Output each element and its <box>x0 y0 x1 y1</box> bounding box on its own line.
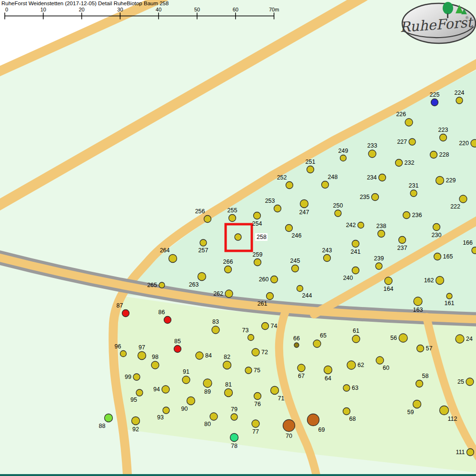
tree-dot-63[interactable] <box>343 385 350 391</box>
tree-dot-94[interactable] <box>162 386 169 393</box>
tree-dot-82[interactable] <box>223 361 231 369</box>
tree-dot-252[interactable] <box>286 182 293 189</box>
tree-dot-74[interactable] <box>262 323 269 330</box>
tree-dot-164[interactable] <box>385 277 392 285</box>
tree-dot-165[interactable] <box>434 253 441 260</box>
tree-dot-91[interactable] <box>182 376 190 384</box>
tree-dot-59[interactable] <box>413 400 421 408</box>
tree-dot-76[interactable] <box>254 393 261 400</box>
tree-dot-253[interactable] <box>274 205 281 212</box>
tree-dot-83[interactable] <box>212 326 219 334</box>
tree-dot-238[interactable] <box>378 230 385 238</box>
tree-dot-259[interactable] <box>254 259 261 266</box>
tree-dot-81[interactable] <box>225 389 233 397</box>
tree-dot-239[interactable] <box>376 263 382 269</box>
tree-dot-62[interactable] <box>347 361 356 369</box>
tree-dot-68[interactable] <box>343 408 350 415</box>
tree-dot-70[interactable] <box>283 420 295 432</box>
tree-dot-112[interactable] <box>440 406 449 415</box>
tree-dot-69[interactable] <box>307 414 319 426</box>
tree-dot-235[interactable] <box>372 194 379 201</box>
tree-dot-227[interactable] <box>409 139 416 145</box>
tree-dot-99[interactable] <box>133 374 140 380</box>
tree-dot-58[interactable] <box>416 380 423 387</box>
tree-dot-266[interactable] <box>225 266 232 273</box>
tree-dot-75[interactable] <box>245 367 252 374</box>
tree-dot-78[interactable] <box>230 434 238 442</box>
tree-dot-222[interactable] <box>459 195 467 203</box>
tree-dot-230[interactable] <box>433 224 440 231</box>
tree-dot-25[interactable] <box>466 378 474 386</box>
tree-dot-60[interactable] <box>376 357 384 364</box>
tree-dot-79[interactable] <box>231 414 238 420</box>
tree-dot-263[interactable] <box>198 273 206 281</box>
tree-dot-256[interactable] <box>204 216 211 223</box>
tree-dot-85[interactable] <box>174 346 181 353</box>
tree-dot-163[interactable] <box>414 297 422 306</box>
tree-dot-223[interactable] <box>440 134 447 141</box>
tree-dot-98[interactable] <box>151 361 159 369</box>
tree-dot-231[interactable] <box>410 190 417 197</box>
tree-dot-67[interactable] <box>298 364 305 372</box>
tree-dot-90[interactable] <box>187 397 195 405</box>
tree-dot-233[interactable] <box>368 150 376 158</box>
tree-dot-244[interactable] <box>297 286 303 292</box>
tree-dot-61[interactable] <box>352 335 360 343</box>
tree-dot-80[interactable] <box>210 413 218 420</box>
tree-dot-246[interactable] <box>286 225 293 232</box>
tree-dot-226[interactable] <box>405 119 413 126</box>
tree-dot-89[interactable] <box>203 379 212 387</box>
tree-dot-95[interactable] <box>136 389 143 396</box>
tree-dot-261[interactable] <box>267 293 274 300</box>
tree-dot-88[interactable] <box>105 414 113 422</box>
tree-dot-237[interactable] <box>399 237 406 244</box>
tree-dot-77[interactable] <box>252 420 259 427</box>
tree-dot-264[interactable] <box>169 255 177 263</box>
tree-dot-66[interactable] <box>294 343 299 347</box>
tree-dot-224[interactable] <box>456 97 463 104</box>
tree-dot-250[interactable] <box>335 210 341 217</box>
map-canvas[interactable]: 2252242262232202272282322332292312342352… <box>0 0 476 476</box>
tree-dot-240[interactable] <box>352 267 359 274</box>
tree-dot-236[interactable] <box>403 212 410 219</box>
tree-dot-260[interactable] <box>271 276 278 283</box>
tree-dot-257[interactable] <box>200 239 207 246</box>
tree-dot-97[interactable] <box>138 352 146 360</box>
tree-dot-72[interactable] <box>252 348 259 356</box>
tree-dot-232[interactable] <box>396 159 403 167</box>
tree-dot-166[interactable] <box>472 247 476 254</box>
tree-dot-57[interactable] <box>417 345 424 352</box>
tree-dot-87[interactable] <box>122 310 129 317</box>
tree-dot-265[interactable] <box>159 282 165 288</box>
tree-dot-229[interactable] <box>436 177 444 185</box>
tree-dot-242[interactable] <box>358 222 364 228</box>
tree-dot-255[interactable] <box>229 215 236 222</box>
tree-dot-249[interactable] <box>340 155 347 161</box>
tree-dot-228[interactable] <box>430 151 437 159</box>
tree-dot-86[interactable] <box>164 317 171 324</box>
tree-dot-225[interactable] <box>431 99 438 106</box>
tree-dot-93[interactable] <box>163 407 169 414</box>
tree-dot-251[interactable] <box>307 166 314 173</box>
tree-dot-24[interactable] <box>456 335 464 343</box>
tree-dot-258[interactable] <box>235 234 241 240</box>
tree-dot-92[interactable] <box>132 417 140 425</box>
tree-dot-241[interactable] <box>352 240 359 248</box>
tree-dot-254[interactable] <box>254 212 261 219</box>
tree-dot-56[interactable] <box>399 334 407 342</box>
tree-dot-71[interactable] <box>271 387 279 395</box>
tree-dot-84[interactable] <box>196 352 203 359</box>
tree-dot-262[interactable] <box>225 290 233 298</box>
tree-dot-248[interactable] <box>322 181 329 188</box>
tree-dot-96[interactable] <box>120 351 127 357</box>
tree-dot-64[interactable] <box>324 366 332 374</box>
tree-dot-245[interactable] <box>292 265 299 272</box>
tree-dot-161[interactable] <box>446 293 452 299</box>
tree-dot-73[interactable] <box>248 335 254 341</box>
tree-dot-247[interactable] <box>300 200 308 208</box>
tree-dot-234[interactable] <box>379 174 386 181</box>
tree-dot-220[interactable] <box>471 139 476 147</box>
tree-dot-65[interactable] <box>313 340 321 347</box>
tree-dot-243[interactable] <box>324 255 331 262</box>
tree-dot-111[interactable] <box>467 449 474 456</box>
